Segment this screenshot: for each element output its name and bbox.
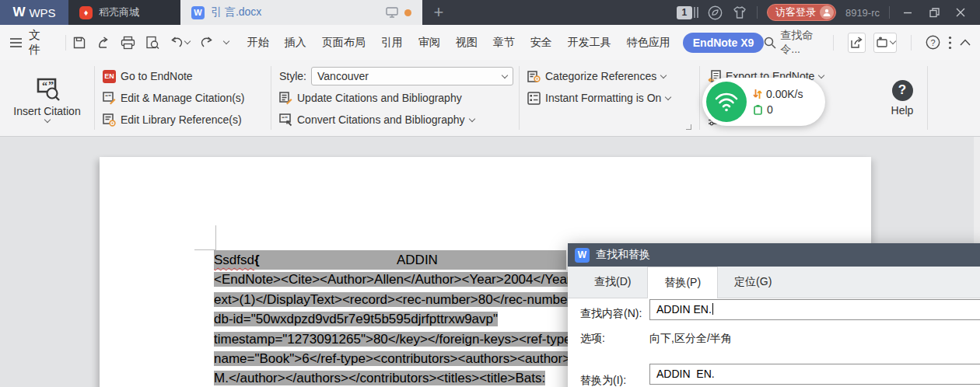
help-circle-icon[interactable]: ? xyxy=(926,35,940,50)
wps-window: W WPS ♦ 稻壳商城 W 引 言.docx + 1 xyxy=(0,0,980,387)
doc-line[interactable]: M.</author></authors></contributors><tit… xyxy=(214,368,597,387)
tab-endnote-x9-active[interactable]: EndNote X9 xyxy=(683,33,765,53)
tab-find[interactable]: 查找(D) xyxy=(578,267,647,298)
collapse-ribbon-icon[interactable] xyxy=(960,39,971,46)
doc-file-icon: W xyxy=(191,6,205,19)
file-menu-button[interactable]: 文件 xyxy=(29,28,50,58)
more-menu-icon[interactable] xyxy=(948,36,952,50)
tab-page-layout[interactable]: 页面布局 xyxy=(314,36,373,50)
instant-formatting-button[interactable]: Instant Formatting is On xyxy=(527,88,699,108)
update-citations-button[interactable]: Update Citations and Bibliography xyxy=(279,88,519,108)
insert-citation-button[interactable]: “ ” Insert Citation xyxy=(0,60,94,136)
replace-with-label: 替换为(I): xyxy=(580,374,626,387)
print-preview-icon[interactable] xyxy=(145,36,159,50)
guest-login-button[interactable]: 访客登录 xyxy=(767,4,836,21)
tab-view[interactable]: 视图 xyxy=(448,36,485,50)
insert-citation-icon: “ ” xyxy=(33,75,61,103)
dialog-launcher-icon[interactable] xyxy=(686,124,691,130)
new-tab-button[interactable]: + xyxy=(422,0,455,25)
wps-doc-icon: W xyxy=(575,248,590,263)
style-label: Style: xyxy=(279,70,306,82)
window-count-badge[interactable]: 1 xyxy=(677,6,698,19)
hamburger-menu-icon[interactable] xyxy=(9,37,23,48)
doc-line[interactable]: <EndNote><Cite><Author>Allen</Author><Ye… xyxy=(214,270,597,289)
search-icon xyxy=(764,37,776,49)
margin-mark xyxy=(194,249,215,250)
save-icon[interactable] xyxy=(72,36,86,50)
insert-citation-dropdown-icon xyxy=(44,116,50,122)
undo-dropdown-icon[interactable] xyxy=(184,38,191,44)
net-speed-overlay[interactable]: 0.00K/s 0 xyxy=(702,78,825,126)
tab-docer-store[interactable]: ♦ 稻壳商城 xyxy=(68,0,180,25)
window-stack-icon xyxy=(694,7,698,18)
battery-value: 0 xyxy=(767,103,773,116)
options-value: 向下,区分全/半角 xyxy=(649,332,732,346)
categorize-references-button[interactable]: Categorize References xyxy=(527,66,699,86)
more-commands-icon[interactable] xyxy=(223,38,229,44)
categorize-references-label: Categorize References xyxy=(545,70,656,82)
go-to-endnote-button[interactable]: EN Go to EndNote xyxy=(103,66,271,86)
command-search-input[interactable]: 查找命令... xyxy=(764,29,819,57)
doc-line[interactable]: name="Book">6</ref-type><contributors><a… xyxy=(214,349,597,368)
tab-security[interactable]: 安全 xyxy=(523,36,560,50)
speed-arrows-icon xyxy=(753,89,762,99)
new-window-icon xyxy=(875,37,889,49)
doc-line[interactable]: Ssdfsd{ADDIN xyxy=(214,250,597,270)
doc-line[interactable]: db-id="50wxdpzd9vd5r7e9t5b595djrfpttrxw9… xyxy=(214,309,597,329)
tab-dev-tools[interactable]: 开发工具 xyxy=(560,36,619,50)
categorize-references-icon xyxy=(527,70,541,83)
doc-line[interactable]: ext>(1)</DisplayText><record><rec-number… xyxy=(214,290,597,309)
instant-formatting-icon xyxy=(527,92,541,105)
edit-library-references-button[interactable]: Edit Library Reference(s) xyxy=(103,110,271,130)
wps-menu-button[interactable]: W WPS xyxy=(0,0,68,25)
replace-input[interactable]: ADDIN EN. xyxy=(649,364,980,385)
style-select[interactable]: Vancouver xyxy=(311,67,513,85)
document-workspace: Ssdfsd{ADDIN <EndNote><Cite><Author>Alle… xyxy=(0,137,980,387)
title-bar: W WPS ♦ 稻壳商城 W 引 言.docx + 1 xyxy=(0,0,980,25)
dialog-title-bar[interactable]: W 查找和替换 xyxy=(568,243,980,267)
docer-tab-label: 稻壳商城 xyxy=(99,5,139,19)
margin-mark xyxy=(215,225,216,250)
share-button[interactable] xyxy=(848,33,866,53)
tab-document-active[interactable]: W 引 言.docx xyxy=(180,0,422,25)
tab-insert[interactable]: 插入 xyxy=(277,36,314,50)
net-speed-value: 0.00K/s xyxy=(766,88,803,100)
text-caret xyxy=(712,303,713,315)
close-button[interactable] xyxy=(952,4,969,21)
unsaved-dot-icon xyxy=(404,9,411,16)
tab-featured-apps[interactable]: 特色应用 xyxy=(619,36,678,50)
tab-goto[interactable]: 定位(G) xyxy=(718,267,788,298)
edit-manage-citations-button[interactable]: “” Edit & Manage Citation(s) xyxy=(103,88,271,108)
print-icon[interactable] xyxy=(121,36,135,50)
doc-brace: { xyxy=(254,253,260,267)
doc-line[interactable]: timestamp="1273091265">80</key></foreign… xyxy=(214,329,597,349)
monitor-icon[interactable] xyxy=(386,7,398,18)
tab-references[interactable]: 引用 xyxy=(373,36,411,50)
new-window-button[interactable] xyxy=(873,33,898,53)
tab-section[interactable]: 章节 xyxy=(485,36,523,50)
wps-logo-icon: W xyxy=(12,5,24,20)
instant-formatting-label: Instant Formatting is On xyxy=(545,92,661,104)
find-input[interactable]: ADDIN EN. xyxy=(649,299,980,320)
undo-icon[interactable] xyxy=(170,37,184,49)
tab-home[interactable]: 开始 xyxy=(240,36,277,50)
member-leaf-icon[interactable] xyxy=(708,5,723,20)
tab-replace[interactable]: 替换(P) xyxy=(647,267,718,298)
convert-citations-button[interactable]: “” Convert Citations and Bibliography xyxy=(279,110,519,130)
help-icon: ? xyxy=(892,80,913,101)
find-replace-dialog: W 查找和替换 查找(D) 替换(P) 定位(G) 查找内容(N): ADDIN… xyxy=(568,243,980,387)
tab-review[interactable]: 审阅 xyxy=(411,36,448,50)
docer-flame-icon: ♦ xyxy=(79,6,93,19)
restore-button[interactable] xyxy=(926,4,943,21)
convert-citations-dropdown-icon xyxy=(468,115,474,121)
minimize-button[interactable] xyxy=(899,4,916,21)
skin-tshirt-icon[interactable] xyxy=(732,5,747,19)
help-button[interactable]: ? Help xyxy=(877,60,927,136)
svg-text:“”: “” xyxy=(105,93,111,100)
svg-text:“: “ xyxy=(42,80,47,92)
guest-login-label: 访客登录 xyxy=(775,5,816,19)
battery-icon xyxy=(753,104,763,115)
export-icon[interactable] xyxy=(96,36,110,50)
avatar-icon xyxy=(820,5,834,19)
redo-icon[interactable] xyxy=(200,37,214,49)
